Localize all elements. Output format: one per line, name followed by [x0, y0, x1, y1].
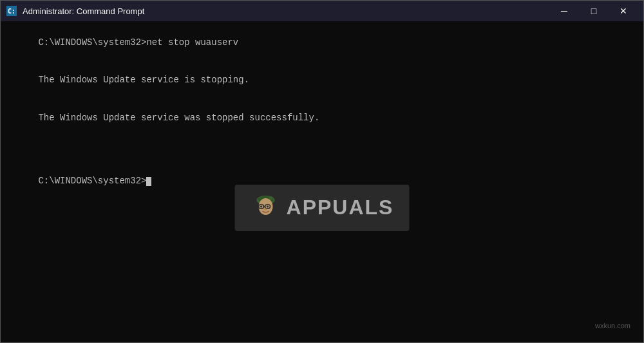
terminal-cursor	[146, 177, 151, 186]
maximize-button[interactable]: □	[579, 1, 609, 21]
appuals-logo-text: APPUALS	[287, 196, 394, 219]
close-button[interactable]: ✕	[609, 1, 638, 21]
svg-point-9	[260, 205, 262, 207]
cmd-icon: C:	[6, 5, 17, 17]
terminal-content: C:\WINDOWS\system32>net stop wuauserv Th…	[6, 24, 638, 200]
site-watermark: wxkun.com	[595, 322, 630, 329]
cmd-window: C: Administrator: Command Prompt ─ □ ✕ C…	[0, 0, 644, 343]
terminal-body[interactable]: C:\WINDOWS\system32>net stop wuauserv Th…	[1, 21, 643, 342]
terminal-line-2: The Windows Update service is stopping.	[38, 75, 249, 85]
terminal-line-1: C:\WINDOWS\system32>net stop wuauserv	[38, 37, 238, 48]
appuals-mascot-icon	[251, 192, 281, 223]
window-title: Administrator: Command Prompt	[23, 6, 549, 16]
svg-point-11	[265, 208, 267, 210]
appuals-watermark: APPUALS	[235, 185, 410, 231]
titlebar: C: Administrator: Command Prompt ─ □ ✕	[1, 1, 643, 21]
minimize-button[interactable]: ─	[549, 1, 579, 21]
svg-text:C:: C:	[8, 8, 15, 15]
terminal-line-5: C:\WINDOWS\system32>	[38, 176, 146, 186]
terminal-line-3: The Windows Update service was stopped s…	[38, 113, 319, 123]
svg-point-10	[267, 205, 269, 207]
window-controls: ─ □ ✕	[549, 1, 638, 21]
